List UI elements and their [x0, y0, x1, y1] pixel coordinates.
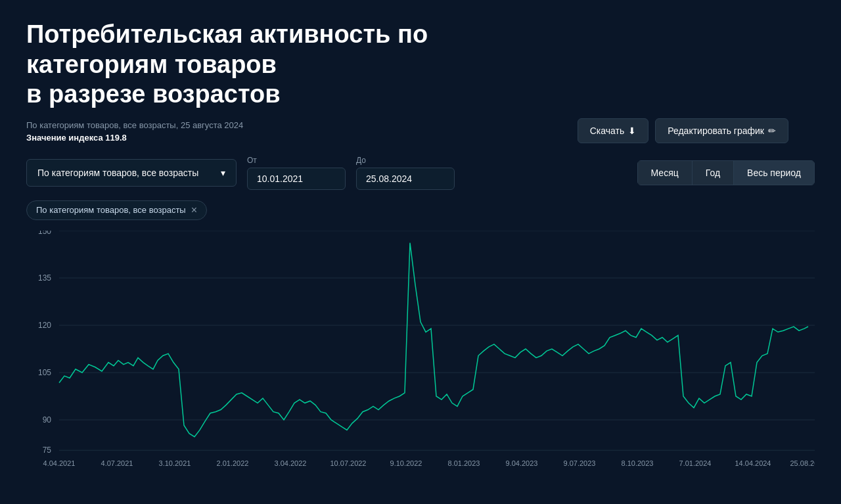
svg-text:3.10.2021: 3.10.2021: [159, 459, 191, 467]
svg-text:8.10.2023: 8.10.2023: [622, 459, 654, 467]
date-to-input[interactable]: 25.08.2024: [356, 168, 455, 190]
svg-text:25.08.2024: 25.08.2024: [790, 459, 815, 467]
svg-text:75: 75: [43, 446, 52, 455]
svg-text:10.07.2022: 10.07.2022: [330, 459, 367, 467]
svg-text:4.07.2021: 4.07.2021: [101, 459, 133, 467]
chevron-down-icon: ▾: [221, 168, 225, 178]
period-buttons-group: Месяц Год Весь период: [637, 160, 815, 185]
date-to-label: До: [356, 156, 455, 165]
download-label: Скачать: [590, 126, 625, 136]
page-title-line1: Потребительская активность по категориям…: [26, 20, 552, 80]
edit-chart-label: Редактировать график: [668, 126, 764, 136]
period-year-button[interactable]: Год: [692, 160, 733, 185]
svg-text:4.04.2021: 4.04.2021: [43, 459, 76, 467]
period-month-button[interactable]: Месяц: [637, 160, 692, 185]
category-dropdown[interactable]: По категориям товаров, все возрасты ▾: [26, 159, 237, 187]
chart-svg: 150 135 120 105 90 75 4.04.2021 4.07.202…: [26, 231, 815, 467]
tag-label: По категориям товаров, все возрасты: [36, 205, 186, 215]
svg-text:2.01.2022: 2.01.2022: [217, 459, 249, 467]
svg-text:150: 150: [38, 231, 51, 236]
svg-text:7.01.2024: 7.01.2024: [679, 459, 712, 467]
chart-area: 150 135 120 105 90 75 4.04.2021 4.07.202…: [26, 231, 815, 467]
tag-close-button[interactable]: ×: [191, 205, 197, 216]
svg-text:120: 120: [38, 321, 51, 330]
dropdown-label: По категориям товаров, все возрасты: [37, 168, 198, 178]
svg-text:9.04.2023: 9.04.2023: [506, 459, 538, 467]
svg-text:8.01.2023: 8.01.2023: [448, 459, 480, 467]
date-from-wrapper: От 10.01.2021: [247, 156, 346, 190]
svg-text:3.04.2022: 3.04.2022: [275, 459, 307, 467]
edit-icon: ✏: [768, 126, 776, 136]
svg-text:135: 135: [38, 273, 51, 283]
date-to-wrapper: До 25.08.2024: [356, 156, 455, 190]
svg-text:9.07.2023: 9.07.2023: [564, 459, 596, 467]
svg-text:9.10.2022: 9.10.2022: [390, 459, 422, 467]
date-from-input[interactable]: 10.01.2021: [247, 168, 346, 190]
download-icon: ⬇: [628, 126, 636, 136]
svg-text:14.04.2024: 14.04.2024: [735, 459, 771, 467]
download-button[interactable]: Скачать ⬇: [578, 118, 649, 143]
date-from-label: От: [247, 156, 346, 165]
svg-text:90: 90: [43, 415, 52, 424]
period-all-button[interactable]: Весь период: [733, 160, 815, 185]
svg-text:105: 105: [38, 368, 51, 377]
active-filter-tag: По категориям товаров, все возрасты ×: [26, 200, 207, 220]
edit-chart-button[interactable]: Редактировать график ✏: [655, 118, 788, 143]
index-number: 119.8: [105, 133, 127, 143]
page-title-line2: в разрезе возрастов: [26, 80, 552, 110]
